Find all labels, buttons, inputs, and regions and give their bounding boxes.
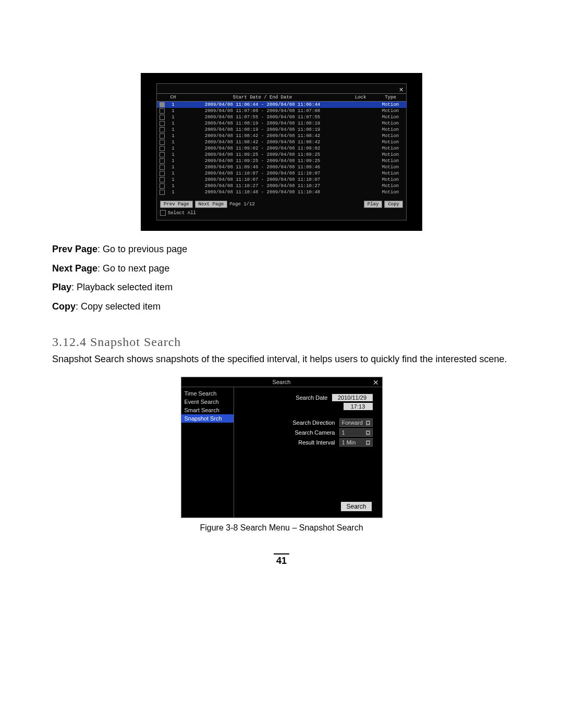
interval-label: Result Interval xyxy=(298,439,335,446)
table-row[interactable]: 12009/04/08 11:10:07 - 2009/04/08 11:10:… xyxy=(157,177,406,183)
table-row[interactable]: 12009/04/08 11:09:25 - 2009/04/08 11:09:… xyxy=(157,158,406,164)
col-lock: Lock xyxy=(346,94,375,102)
interval-value: 1 Min xyxy=(342,439,356,446)
event-table: CH Start Date / End Date Lock Type 12009… xyxy=(157,93,406,195)
page-number: 41 xyxy=(52,553,511,566)
cell-type: Motion xyxy=(375,183,406,189)
checkbox-icon[interactable] xyxy=(160,165,165,170)
checkbox-icon[interactable] xyxy=(160,133,165,139)
table-row[interactable]: 12009/04/08 11:09:25 - 2009/04/08 11:09:… xyxy=(157,152,406,158)
checkbox-icon[interactable] xyxy=(160,140,165,145)
cell-type: Motion xyxy=(375,114,406,120)
select-all-checkbox[interactable] xyxy=(160,210,166,216)
checkbox-icon[interactable] xyxy=(160,127,165,132)
copy-button[interactable]: Copy xyxy=(384,201,403,208)
table-row[interactable]: 12009/04/08 11:07:55 - 2009/04/08 11:07:… xyxy=(157,114,406,120)
camera-dropdown[interactable]: 1 ▾ xyxy=(339,428,373,437)
next-page-button[interactable]: Next Page xyxy=(195,201,228,208)
sidebar-item[interactable]: Event Search xyxy=(181,398,234,406)
cell-dates: 2009/04/08 11:10:27 - 2009/04/08 11:10:2… xyxy=(179,183,346,189)
cell-lock xyxy=(346,114,375,120)
cell-dates: 2009/04/08 11:10:48 - 2009/04/08 11:10:4… xyxy=(179,189,346,195)
search-button[interactable]: Search xyxy=(341,502,371,511)
search-date-field[interactable]: 2010/11/29 xyxy=(332,394,373,401)
sidebar-item[interactable]: Time Search xyxy=(181,389,234,398)
cell-dates: 2009/04/08 11:08:19 - 2009/04/08 11:08:1… xyxy=(179,127,346,133)
def-prev-b: Prev Page xyxy=(52,244,97,254)
cell-lock xyxy=(346,120,375,127)
interval-dropdown[interactable]: 1 Min ▾ xyxy=(339,438,373,447)
play-button[interactable]: Play xyxy=(364,201,383,208)
table-row[interactable]: 12009/04/08 11:06:44 - 2009/04/08 11:06:… xyxy=(157,102,406,108)
cell-lock xyxy=(346,158,375,164)
cell-ch: 1 xyxy=(167,164,179,170)
table-row[interactable]: 12009/04/08 11:07:08 - 2009/04/08 11:07:… xyxy=(157,108,406,114)
checkbox-icon[interactable] xyxy=(160,146,165,151)
sidebar-item[interactable]: Snapshot Srch xyxy=(181,414,234,423)
close-icon[interactable]: ✕ xyxy=(373,378,379,387)
cell-dates: 2009/04/08 11:07:08 - 2009/04/08 11:07:0… xyxy=(179,108,346,114)
cell-type: Motion xyxy=(375,102,406,108)
table-row[interactable]: 12009/04/08 11:08:42 - 2009/04/08 11:08:… xyxy=(157,139,406,145)
close-icon[interactable]: ✕ xyxy=(399,85,403,94)
col-type: Type xyxy=(375,94,406,102)
cell-lock xyxy=(346,127,375,133)
table-row[interactable]: 12009/04/08 11:10:07 - 2009/04/08 11:10:… xyxy=(157,170,406,177)
table-row[interactable]: 12009/04/08 11:10:27 - 2009/04/08 11:10:… xyxy=(157,183,406,189)
prev-page-button[interactable]: Prev Page xyxy=(160,201,193,208)
cell-ch: 1 xyxy=(167,177,179,183)
table-row[interactable]: 12009/04/08 11:08:19 - 2009/04/08 11:08:… xyxy=(157,120,406,127)
cell-lock xyxy=(346,145,375,152)
checkbox-icon[interactable] xyxy=(160,177,165,182)
table-row[interactable]: 12009/04/08 11:08:42 - 2009/04/08 11:08:… xyxy=(157,133,406,139)
checkbox-icon[interactable] xyxy=(160,108,165,114)
cell-type: Motion xyxy=(375,139,406,145)
sidebar-item[interactable]: Smart Search xyxy=(181,406,234,414)
search-window-title: Search xyxy=(273,379,291,385)
cell-type: Motion xyxy=(375,170,406,177)
search-date-label: Search Date xyxy=(296,394,327,401)
def-play-t: : Playback selected item xyxy=(71,282,173,292)
cell-ch: 1 xyxy=(167,183,179,189)
checkbox-icon[interactable] xyxy=(160,183,165,189)
cell-ch: 1 xyxy=(167,158,179,164)
chevron-down-icon: ▾ xyxy=(366,440,370,445)
cell-lock xyxy=(346,133,375,139)
def-copy-t: : Copy selected item xyxy=(76,301,161,312)
checkbox-icon[interactable] xyxy=(160,102,165,107)
direction-value: Forward xyxy=(342,419,363,426)
cell-dates: 2009/04/08 11:09:46 - 2009/04/08 11:09:4… xyxy=(179,164,346,170)
cell-dates: 2009/04/08 11:08:42 - 2009/04/08 11:08:4… xyxy=(179,133,346,139)
cell-lock xyxy=(346,164,375,170)
cell-ch: 1 xyxy=(167,108,179,114)
select-all-label: Select All xyxy=(168,211,196,216)
table-row[interactable]: 12009/04/08 11:08:19 - 2009/04/08 11:08:… xyxy=(157,127,406,133)
cell-type: Motion xyxy=(375,152,406,158)
cell-lock xyxy=(346,183,375,189)
checkbox-icon[interactable] xyxy=(160,121,165,126)
checkbox-icon[interactable] xyxy=(160,190,165,195)
cell-type: Motion xyxy=(375,145,406,152)
table-row[interactable]: 12009/04/08 11:09:02 - 2009/04/08 11:09:… xyxy=(157,145,406,152)
cell-type: Motion xyxy=(375,189,406,195)
table-row[interactable]: 12009/04/08 11:10:48 - 2009/04/08 11:10:… xyxy=(157,189,406,195)
chevron-down-icon: ▾ xyxy=(366,430,370,435)
checkbox-icon[interactable] xyxy=(160,115,165,120)
direction-dropdown[interactable]: Forward ▾ xyxy=(339,418,373,427)
cell-ch: 1 xyxy=(167,145,179,152)
checkbox-icon[interactable] xyxy=(160,158,165,164)
cell-ch: 1 xyxy=(167,127,179,133)
checkbox-icon[interactable] xyxy=(160,152,165,157)
cell-type: Motion xyxy=(375,158,406,164)
checkbox-icon[interactable] xyxy=(160,171,165,176)
cell-dates: 2009/04/08 11:10:07 - 2009/04/08 11:10:0… xyxy=(179,170,346,177)
table-row[interactable]: 12009/04/08 11:09:46 - 2009/04/08 11:09:… xyxy=(157,164,406,170)
def-next-b: Next Page xyxy=(52,263,97,274)
cell-ch: 1 xyxy=(167,114,179,120)
cell-dates: 2009/04/08 11:09:25 - 2009/04/08 11:09:2… xyxy=(179,152,346,158)
search-time-field[interactable]: 17:13 xyxy=(344,403,373,410)
cell-dates: 2009/04/08 11:09:25 - 2009/04/08 11:09:2… xyxy=(179,158,346,164)
cell-type: Motion xyxy=(375,133,406,139)
cell-ch: 1 xyxy=(167,120,179,127)
cell-lock xyxy=(346,152,375,158)
